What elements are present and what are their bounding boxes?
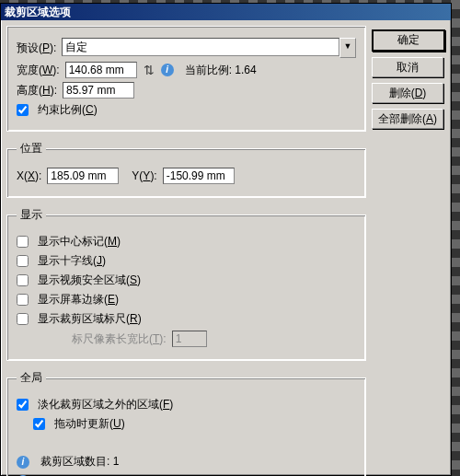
y-label: Y(Y): bbox=[132, 169, 156, 182]
dialog-window: 裁剪区域选项 预设(P): ▼ 宽度(W): ⇅ i bbox=[0, 3, 452, 476]
position-legend: 位置 bbox=[17, 141, 46, 157]
safe-checkbox[interactable] bbox=[17, 274, 29, 286]
info-icon: i bbox=[161, 64, 174, 76]
constrain-checkbox[interactable] bbox=[17, 104, 29, 116]
ratio-text: 当前比例: 1.64 bbox=[185, 63, 257, 78]
cross-checkbox[interactable] bbox=[17, 255, 29, 267]
dim-outside-label: 淡化裁剪区域之外的区域(F) bbox=[38, 397, 173, 412]
preset-combo[interactable] bbox=[62, 38, 339, 56]
ruler-px-label: 标尺像素长宽比(T): bbox=[72, 331, 167, 347]
rulers-checkbox[interactable] bbox=[17, 313, 29, 325]
constrain-label: 约束比例(C) bbox=[38, 102, 98, 118]
width-label: 宽度(W): bbox=[17, 63, 60, 78]
x-input[interactable] bbox=[47, 168, 119, 184]
info-icon: i bbox=[17, 456, 29, 469]
x-label: X(X): bbox=[17, 169, 41, 182]
ruler-px-input bbox=[172, 331, 207, 347]
update-label: 拖动时更新(U) bbox=[54, 416, 125, 432]
delete-button[interactable]: 删除(D) bbox=[372, 83, 443, 103]
preset-label: 预设(P): bbox=[17, 41, 56, 56]
display-legend: 显示 bbox=[17, 207, 46, 223]
center-checkbox[interactable] bbox=[17, 236, 29, 248]
cancel-button[interactable]: 取消 bbox=[372, 57, 443, 77]
y-input[interactable] bbox=[163, 168, 235, 184]
height-input[interactable] bbox=[63, 82, 134, 99]
center-label: 显示中心标记(M) bbox=[38, 234, 121, 250]
preset-group: 预设(P): ▼ 宽度(W): ⇅ i 当前比例: 1.64 bbox=[6, 26, 366, 132]
update-checkbox[interactable] bbox=[33, 418, 45, 430]
link-icon[interactable]: ⇅ bbox=[143, 63, 155, 77]
height-label: 高度(H): bbox=[17, 83, 57, 99]
dialog-title: 裁剪区域选项 bbox=[1, 4, 451, 20]
safe-label: 显示视频安全区域(S) bbox=[38, 273, 141, 288]
display-group: 显示 显示中心标记(M) 显示十字线(J) 显示视频安全区域(S) 显示屏幕边缘… bbox=[6, 207, 366, 361]
position-group: 位置 X(X): Y(Y): bbox=[6, 141, 366, 198]
crop-count: 裁剪区域数目: 1 bbox=[40, 454, 119, 470]
global-group: 全局 淡化裁剪区域之外的区域(F) 拖动时更新(U) i裁剪区域数目: 1 i按… bbox=[6, 370, 366, 476]
screen-label: 显示屏幕边缘(E) bbox=[38, 292, 119, 308]
screen-checkbox[interactable] bbox=[17, 294, 29, 306]
dim-outside-checkbox[interactable] bbox=[17, 399, 29, 411]
rulers-label: 显示裁剪区域标尺(R) bbox=[38, 311, 142, 327]
global-legend: 全局 bbox=[17, 370, 46, 386]
cross-label: 显示十字线(J) bbox=[38, 253, 106, 269]
width-input[interactable] bbox=[65, 62, 137, 78]
delete-all-button[interactable]: 全部删除(A) bbox=[372, 109, 443, 129]
preset-dropdown-button[interactable]: ▼ bbox=[339, 38, 356, 58]
ok-button[interactable]: 确定 bbox=[372, 29, 445, 52]
